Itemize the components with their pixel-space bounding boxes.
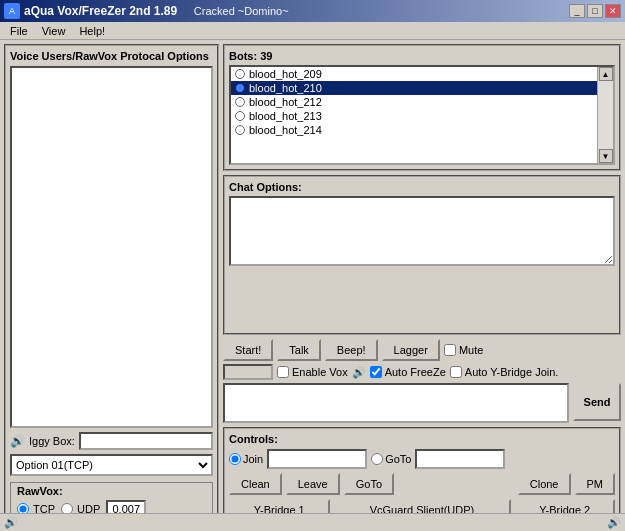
bot-name-label: blood_hot_210	[249, 82, 322, 94]
menu-help[interactable]: Help!	[73, 24, 111, 38]
mute-label: Mute	[459, 344, 483, 356]
pm-button[interactable]: PM	[575, 473, 616, 495]
controls-section: Controls: Join GoTo Clean Leave GoTo Clo	[223, 427, 621, 527]
bot-list-item[interactable]: blood_hot_210	[231, 81, 613, 95]
maximize-button[interactable]: □	[587, 4, 603, 18]
bot-radio-icon	[235, 97, 245, 107]
scroll-track	[598, 81, 613, 149]
main-content: Voice Users/RawVox Protocal Options 🔊 Ig…	[0, 40, 625, 531]
send-button[interactable]: Send	[573, 383, 621, 421]
vox-slider[interactable]	[223, 364, 273, 380]
bot-list-item[interactable]: blood_hot_209	[231, 67, 613, 81]
rawvox-title: RawVox:	[17, 485, 206, 497]
app-icon: A	[4, 3, 20, 19]
menu-file[interactable]: File	[4, 24, 34, 38]
bot-name-label: blood_hot_214	[249, 124, 322, 136]
bots-list-container[interactable]: blood_hot_209blood_hot_210blood_hot_212b…	[229, 65, 615, 165]
send-input[interactable]	[223, 383, 569, 423]
username-input[interactable]	[415, 449, 505, 469]
auto-freeze-checkbox[interactable]	[370, 366, 382, 378]
controls-row1: Join GoTo	[229, 449, 615, 469]
send-area: Send	[223, 383, 621, 423]
bots-list[interactable]: blood_hot_209blood_hot_210blood_hot_212b…	[231, 67, 613, 163]
minimize-button[interactable]: _	[569, 4, 585, 18]
controls-label: Controls:	[229, 433, 615, 445]
chat-options-label: Chat Options:	[229, 181, 615, 193]
auto-ybridge-text: Auto Y-Bridge Join.	[465, 366, 559, 378]
start-button[interactable]: Start!	[223, 339, 273, 361]
title-bar: A aQua Vox/FreeZer 2nd 1.89 Cracked ~Dom…	[0, 0, 625, 22]
enable-vox-label[interactable]: Enable Vox	[277, 366, 348, 378]
option-select[interactable]: Option 01(TCP) Option 02(UDP)	[10, 454, 213, 476]
voice-users-box	[10, 66, 213, 428]
bot-name-label: blood_hot_213	[249, 110, 322, 122]
title-left: aQua Vox/FreeZer 2nd 1.89	[24, 4, 177, 18]
menu-bar: File View Help!	[0, 22, 625, 40]
mute-checkbox[interactable]	[444, 344, 456, 356]
btn-row-1: Start! Talk Beep! Lagger Mute	[223, 339, 621, 361]
bot-radio-icon	[235, 83, 245, 93]
goto-label: GoTo	[385, 453, 411, 465]
lagger-button[interactable]: Lagger	[382, 339, 440, 361]
iggy-box-label: Iggy Box:	[29, 435, 75, 447]
iggy-input[interactable]	[79, 432, 213, 450]
enable-vox-text: Enable Vox	[292, 366, 348, 378]
auto-freeze-label[interactable]: Auto FreeZe	[370, 366, 446, 378]
controls-row2: Clean Leave GoTo Clone PM	[229, 473, 615, 495]
chat-options-textarea[interactable]	[229, 196, 615, 266]
bot-name-label: blood_hot_209	[249, 68, 322, 80]
beep-button[interactable]: Beep!	[325, 339, 378, 361]
auto-freeze-text: Auto FreeZe	[385, 366, 446, 378]
clean-button[interactable]: Clean	[229, 473, 282, 495]
close-button[interactable]: ✕	[605, 4, 621, 18]
title-bar-left: A aQua Vox/FreeZer 2nd 1.89 Cracked ~Dom…	[4, 3, 301, 19]
status-icon: 🔊	[4, 516, 18, 529]
room-name-input[interactable]	[267, 449, 367, 469]
bot-radio-icon	[235, 125, 245, 135]
scroll-down-arrow[interactable]: ▼	[599, 149, 613, 163]
clone-button[interactable]: Clone	[518, 473, 571, 495]
iggy-speaker-icon: 🔊	[10, 434, 25, 448]
status-bar: 🔊 🔊	[0, 513, 625, 531]
vox-row: Enable Vox 🔊 Auto FreeZe Auto Y-Bridge J…	[223, 364, 621, 380]
window-controls[interactable]: _ □ ✕	[569, 4, 621, 18]
bot-name-label: blood_hot_212	[249, 96, 322, 108]
bot-list-item[interactable]: blood_hot_213	[231, 109, 613, 123]
goto-button[interactable]: GoTo	[344, 473, 394, 495]
bots-header: Bots: 39	[229, 50, 615, 62]
mute-check-label[interactable]: Mute	[444, 344, 483, 356]
chat-options-section: Chat Options:	[223, 175, 621, 335]
send-btn-area: Send	[573, 383, 621, 421]
enable-vox-checkbox[interactable]	[277, 366, 289, 378]
bot-radio-icon	[235, 111, 245, 121]
bot-radio-icon	[235, 69, 245, 79]
auto-ybridge-label[interactable]: Auto Y-Bridge Join.	[450, 366, 559, 378]
iggy-section: 🔊 Iggy Box:	[10, 432, 213, 450]
right-panel: Bots: 39 blood_hot_209blood_hot_210blood…	[223, 44, 621, 527]
talk-button[interactable]: Talk	[277, 339, 321, 361]
bot-list-item[interactable]: blood_hot_212	[231, 95, 613, 109]
left-panel-title: Voice Users/RawVox Protocal Options	[10, 50, 213, 62]
speaker-icon-2: 🔊	[352, 366, 366, 379]
join-radio[interactable]	[229, 453, 241, 465]
title-center: Cracked ~Domino~	[181, 5, 301, 17]
bots-scrollbar[interactable]: ▲ ▼	[597, 67, 613, 163]
leave-button[interactable]: Leave	[286, 473, 340, 495]
goto-radio-label[interactable]: GoTo	[371, 453, 411, 465]
join-label: Join	[243, 453, 263, 465]
menu-view[interactable]: View	[36, 24, 72, 38]
scroll-up-arrow[interactable]: ▲	[599, 67, 613, 81]
goto-radio[interactable]	[371, 453, 383, 465]
status-volume-icon: 🔊	[607, 516, 621, 529]
join-radio-label[interactable]: Join	[229, 453, 263, 465]
bots-section: Bots: 39 blood_hot_209blood_hot_210blood…	[223, 44, 621, 171]
bot-list-item[interactable]: blood_hot_214	[231, 123, 613, 137]
left-panel: Voice Users/RawVox Protocal Options 🔊 Ig…	[4, 44, 219, 527]
auto-ybridge-checkbox[interactable]	[450, 366, 462, 378]
